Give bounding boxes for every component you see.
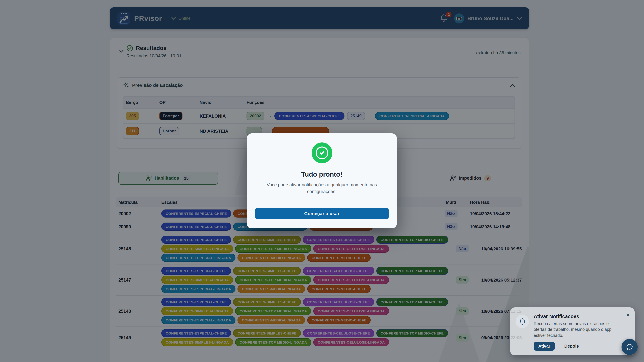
toast-body: Receba alertas sobre novas extracoes e o… — [534, 321, 618, 339]
modal-title: Tudo pronto! — [247, 171, 397, 178]
toast-title: Ativar Notificacoes — [534, 313, 629, 319]
chat-bubble-icon — [626, 343, 633, 351]
app-root: PRvisor Online 2 — [0, 0, 644, 362]
notification-toast: Ativar Notificacoes Receba alertas sobre… — [510, 307, 634, 355]
later-button[interactable]: Depois — [564, 344, 579, 349]
modal-body: Você pode ativar notificações a qualquer… — [260, 182, 384, 195]
success-check-icon — [312, 142, 332, 163]
success-modal: Tudo pronto! Você pode ativar notificaçõ… — [247, 133, 397, 228]
toast-bell-circle — [516, 315, 529, 328]
activate-notifications-button[interactable]: Ativar — [534, 342, 555, 351]
chat-fab-button[interactable] — [622, 339, 638, 355]
start-using-button[interactable]: Começar a usar — [255, 208, 389, 219]
close-icon[interactable]: × — [626, 312, 629, 318]
bell-icon — [519, 318, 526, 325]
